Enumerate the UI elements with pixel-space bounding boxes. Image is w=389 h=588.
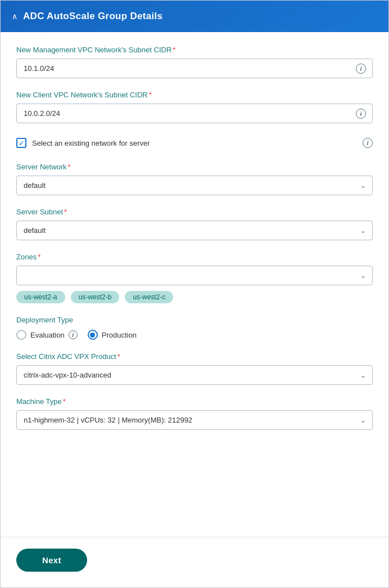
page-title: ADC AutoScale Group Details <box>23 11 162 22</box>
server-subnet-select[interactable]: default <box>16 221 373 240</box>
server-subnet-group: Server Subnet* default ⌄ <box>16 208 373 240</box>
machine-type-select-wrapper: n1-highmem-32 | vCPUs: 32 | Memory(MB): … <box>16 410 373 430</box>
footer: Next <box>1 537 388 587</box>
zones-label: Zones* <box>16 253 373 261</box>
select-existing-info-icon[interactable]: i <box>363 138 373 148</box>
server-network-select[interactable]: default <box>16 176 373 195</box>
machine-type-select[interactable]: n1-highmem-32 | vCPUs: 32 | Memory(MB): … <box>16 410 373 430</box>
management-cidr-input[interactable] <box>16 59 373 78</box>
machine-type-label: Machine Type* <box>16 397 373 406</box>
radio-option-production: Production <box>88 330 137 340</box>
client-cidr-input[interactable] <box>16 104 373 123</box>
form-body: New Management VPC Network's Subnet CIDR… <box>1 32 388 537</box>
vpx-product-select[interactable]: citrix-adc-vpx-10-advanced <box>16 365 373 385</box>
deployment-type-section: Deployment Type Evaluation i Production <box>16 316 373 340</box>
client-cidr-input-wrapper: i <box>16 104 373 123</box>
evaluation-label: Evaluation <box>30 331 65 339</box>
zone-tag-us-west2-b[interactable]: us-west2-b <box>71 291 120 303</box>
select-existing-checkbox[interactable]: ✓ <box>16 138 26 148</box>
evaluation-info-icon[interactable]: i <box>69 330 78 339</box>
deployment-type-label: Deployment Type <box>16 316 373 324</box>
server-network-group: Server Network* default ⌄ <box>16 163 373 195</box>
server-network-label: Server Network* <box>16 163 373 171</box>
production-label: Production <box>102 331 137 339</box>
vpx-product-group: Select Citrix ADC VPX Product* citrix-ad… <box>16 352 373 385</box>
server-subnet-select-wrapper: default ⌄ <box>16 221 373 240</box>
production-radio[interactable] <box>88 330 98 340</box>
client-cidr-info-icon[interactable]: i <box>356 109 366 119</box>
zones-tags-row: us-west2-a us-west2-b us-west2-c <box>16 291 373 303</box>
zones-select-wrapper: ⌄ <box>16 266 373 285</box>
next-button[interactable]: Next <box>16 549 87 572</box>
management-cidr-group: New Management VPC Network's Subnet CIDR… <box>16 46 373 78</box>
vpx-product-label: Select Citrix ADC VPX Product* <box>16 352 373 361</box>
zone-tag-us-west2-a[interactable]: us-west2-a <box>16 291 65 303</box>
zones-group: Zones* ⌄ us-west2-a us-west2-b us-west2-… <box>16 253 373 303</box>
zones-select[interactable] <box>16 266 373 285</box>
server-subnet-label: Server Subnet* <box>16 208 373 216</box>
management-cidr-info-icon[interactable]: i <box>356 64 366 74</box>
vpx-product-select-wrapper: citrix-adc-vpx-10-advanced ⌄ <box>16 365 373 385</box>
radio-option-evaluation: Evaluation i <box>16 330 78 340</box>
radio-row: Evaluation i Production <box>16 330 373 340</box>
client-cidr-group: New Client VPC Network's Subnet CIDR* i <box>16 91 373 123</box>
machine-type-group: Machine Type* n1-highmem-32 | vCPUs: 32 … <box>16 397 373 430</box>
zone-tag-us-west2-c[interactable]: us-west2-c <box>125 291 173 303</box>
management-cidr-input-wrapper: i <box>16 59 373 78</box>
collapse-icon[interactable]: ∧ <box>12 12 17 21</box>
checkmark-icon: ✓ <box>19 140 25 147</box>
header: ∧ ADC AutoScale Group Details <box>1 1 388 32</box>
server-network-select-wrapper: default ⌄ <box>16 176 373 195</box>
select-existing-label: Select an existing network for server <box>32 139 150 147</box>
select-existing-row: ✓ Select an existing network for server … <box>16 136 373 150</box>
client-cidr-label: New Client VPC Network's Subnet CIDR* <box>16 91 373 99</box>
production-radio-inner <box>90 333 95 338</box>
management-cidr-label: New Management VPC Network's Subnet CIDR… <box>16 46 373 54</box>
select-existing-wrapper: ✓ Select an existing network for server <box>16 138 357 148</box>
evaluation-radio[interactable] <box>16 330 26 340</box>
